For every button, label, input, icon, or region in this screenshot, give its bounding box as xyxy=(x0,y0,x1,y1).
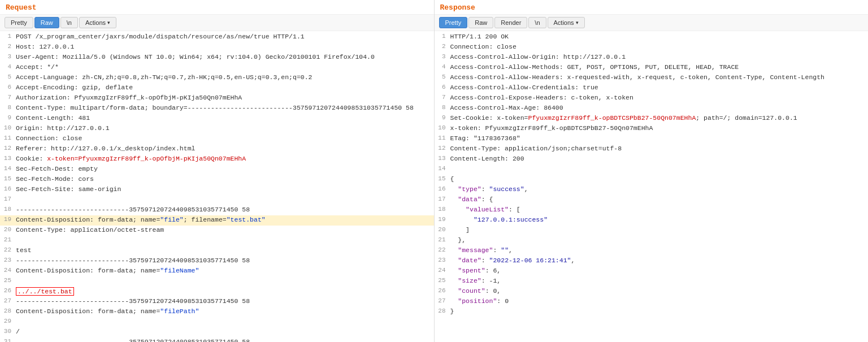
response-render-btn[interactable]: Render xyxy=(494,17,527,28)
table-row: 12 Content-Type: application/json;charse… xyxy=(435,144,869,154)
response-actions-btn[interactable]: Actions ▾ xyxy=(548,17,585,28)
table-row: 23 -----------------------------35759712… xyxy=(0,256,434,266)
table-row: 25 "size": -1, xyxy=(435,276,869,287)
table-row: 16 "type": "success", xyxy=(435,185,869,195)
table-row: 6 Access-Control-Allow-Credentials: true xyxy=(435,83,869,93)
table-row: 5 Accept-Language: zh-CN,zh;q=0.8,zh-TW;… xyxy=(0,73,434,83)
chevron-down-icon: ▾ xyxy=(576,20,579,25)
table-row: 14 Sec-Fetch-Dest: empty xyxy=(0,164,434,175)
request-toolbar: Pretty Raw \n Actions ▾ xyxy=(0,15,434,31)
table-row: 15 { xyxy=(435,175,869,185)
response-panel: Response Pretty Raw Render \n Actions ▾ … xyxy=(435,0,869,342)
table-row: 4 Access-Control-Allow-Methods: GET, POS… xyxy=(435,63,869,73)
table-row: 28 } xyxy=(435,307,869,317)
table-row: 14 xyxy=(435,164,869,175)
request-actions-btn[interactable]: Actions ▾ xyxy=(79,17,116,28)
table-row: 29 xyxy=(0,317,434,327)
table-row: 30 / xyxy=(0,327,434,337)
table-row: 15 Sec-Fetch-Mode: cors xyxy=(0,175,434,185)
table-row: 27 "position": 0 xyxy=(435,297,869,307)
table-row: 21 xyxy=(0,236,434,246)
response-code-area[interactable]: 1 HTTP/1.1 200 OK 2 Connection: close 3 … xyxy=(435,31,869,342)
table-row: 19 Content-Disposition: form-data; name=… xyxy=(0,215,434,226)
table-row: 31 -----------------------------35759712… xyxy=(0,337,434,342)
table-row: 18 -----------------------------35759712… xyxy=(0,205,434,215)
table-row: 18 "valueList": [ xyxy=(435,205,869,215)
table-row: 17 xyxy=(0,195,434,205)
table-row: 11 Connection: close xyxy=(0,134,434,144)
request-raw-btn[interactable]: Raw xyxy=(34,17,59,28)
request-n-btn[interactable]: \n xyxy=(60,17,78,28)
request-pretty-btn[interactable]: Pretty xyxy=(5,17,33,28)
table-row: 22 "message": "", xyxy=(435,246,869,256)
response-raw-btn[interactable]: Raw xyxy=(468,17,493,28)
response-pretty-btn[interactable]: Pretty xyxy=(439,17,468,28)
table-row: 9 Content-Length: 481 xyxy=(0,114,434,124)
table-row: 6 Accept-Encoding: gzip, deflate xyxy=(0,83,434,93)
request-code-area[interactable]: 1 POST /x_program_center/jaxrs/module/di… xyxy=(0,31,434,342)
request-panel: Request Pretty Raw \n Actions ▾ 1 POST /… xyxy=(0,0,435,342)
table-row: 19 "127.0.0.1:success" xyxy=(435,215,869,226)
response-title: Response xyxy=(435,0,869,15)
table-row: 3 User-Agent: Mozilla/5.0 (Windows NT 10… xyxy=(0,53,434,63)
table-row: 25 xyxy=(0,276,434,287)
table-row: 9 Set-Cookie: x-token=PfyuxmzgIzrF89ff_k… xyxy=(435,114,869,124)
table-row: 7 Authorization: PfyuxmzgIzrF89ff_k-opOf… xyxy=(0,93,434,103)
request-title: Request xyxy=(0,0,434,15)
table-row: 24 Content-Disposition: form-data; name=… xyxy=(0,266,434,276)
table-row: 27 -----------------------------35759712… xyxy=(0,297,434,307)
table-row: 26 "count": 0, xyxy=(435,287,869,297)
table-row: 5 Access-Control-Allow-Headers: x-reques… xyxy=(435,73,869,83)
table-row: 8 Content-Type: multipart/form-data; bou… xyxy=(0,103,434,114)
table-row: 1 HTTP/1.1 200 OK xyxy=(435,32,869,42)
response-toolbar: Pretty Raw Render \n Actions ▾ xyxy=(435,15,869,31)
table-row: 12 Referer: http://127.0.0.1/x_desktop/i… xyxy=(0,144,434,154)
table-row: 13 Cookie: x-token=PfyuxmzgIzrF89ff_k-op… xyxy=(0,154,434,164)
chevron-down-icon: ▾ xyxy=(107,20,110,25)
table-row: 3 Access-Control-Allow-Origin: http://12… xyxy=(435,53,869,63)
table-row: 21 }, xyxy=(435,236,869,246)
table-row: 10 x-token: PfyuxmzgIzrF89ff_k-opBDTCSPb… xyxy=(435,124,869,134)
table-row: 20 ] xyxy=(435,226,869,236)
table-row: 20 Content-Type: application/octet-strea… xyxy=(0,226,434,236)
table-row: 26 ../../test.bat xyxy=(0,287,434,297)
table-row: 10 Origin: http://127.0.0.1 xyxy=(0,124,434,134)
table-row: 23 "date": "2022-12-06 16:21:41", xyxy=(435,256,869,266)
table-row: 13 Content-Length: 200 xyxy=(435,154,869,164)
table-row: 8 Access-Control-Max-Age: 86400 xyxy=(435,103,869,114)
table-row: 7 Access-Control-Expose-Headers: c-token… xyxy=(435,93,869,103)
table-row: 4 Accept: */* xyxy=(0,63,434,73)
table-row: 1 POST /x_program_center/jaxrs/module/di… xyxy=(0,32,434,42)
table-row: 28 Content-Disposition: form-data; name=… xyxy=(0,307,434,317)
table-row: 24 "spent": 6, xyxy=(435,266,869,276)
table-row: 22 test xyxy=(0,246,434,256)
table-row: 2 Connection: close xyxy=(435,42,869,53)
response-n-btn[interactable]: \n xyxy=(528,17,546,28)
table-row: 2 Host: 127.0.0.1 xyxy=(0,42,434,53)
table-row: 17 "data": { xyxy=(435,195,869,205)
table-row: 16 Sec-Fetch-Site: same-origin xyxy=(0,185,434,195)
table-row: 11 ETag: "1178367368" xyxy=(435,134,869,144)
